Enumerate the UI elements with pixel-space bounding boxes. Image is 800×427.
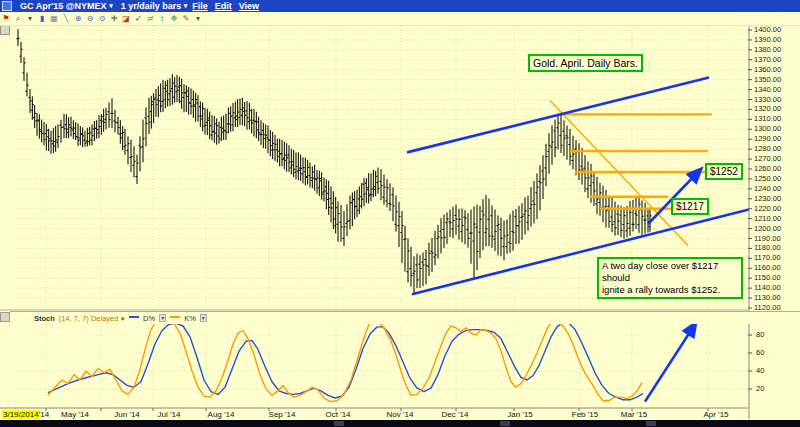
price-tick: 1160.00 [754, 264, 781, 272]
zoom-out-icon[interactable]: ⊖ [84, 13, 96, 24]
menu-edit[interactable]: Edit [215, 1, 232, 11]
price-tick: 1300.00 [754, 125, 781, 133]
price-tick: 1200.00 [754, 225, 781, 233]
pencil-icon[interactable]: ✎ [180, 13, 192, 24]
more-dropdown-icon[interactable]: ▾ [192, 13, 204, 24]
price-tick: 1170.00 [754, 254, 781, 262]
month-label: Mar '15 [621, 410, 647, 419]
timeframe-selector[interactable]: 1 yr/daily bars ▾ [121, 1, 188, 11]
app-icon [2, 1, 12, 11]
price-tick: 1280.00 [754, 145, 781, 153]
price-tick: 1140.00 [754, 284, 781, 292]
menu-view[interactable]: View [239, 1, 259, 11]
price-tick: 1220.00 [754, 205, 781, 213]
bar-chart-icon[interactable]: ▮ [36, 13, 48, 24]
analysis-comment-line1: A two day close over $1217 should [602, 260, 718, 283]
stoch-panel-button[interactable] [0, 312, 10, 322]
month-label: Apr '15 [703, 410, 728, 419]
symbol-label: GC Apr'15 @NYMEX [20, 1, 107, 11]
month-label: Jan '15 [507, 410, 533, 419]
price-tick: 1150.00 [754, 274, 781, 282]
analysis-comment-box[interactable]: A two day close over $1217 should ignite… [597, 257, 743, 299]
month-label: Oct '14 [325, 410, 350, 419]
price-tick: 1130.00 [754, 294, 781, 302]
price-tick: 1230.00 [754, 195, 781, 203]
stoch-tick: 40 [756, 367, 764, 375]
price-tick: 1400.00 [754, 26, 781, 34]
arrow-tool-icon[interactable]: ➶ [132, 13, 144, 24]
stoch-panel-header: Stoch (14, 7, 7) Delayed ● D% ▾ K% ▾ [10, 311, 800, 324]
stoch-k-dropdown-icon[interactable]: ▾ [200, 314, 207, 322]
scrollbar-mark [646, 421, 656, 426]
stoch-k-label: K% [184, 314, 196, 323]
price-tick: 1370.00 [754, 56, 781, 64]
timeframe-label: 1 yr/daily bars [121, 1, 182, 11]
price-panel-button[interactable] [0, 25, 10, 35]
zoom-dropdown-icon[interactable]: ▾ [24, 13, 36, 24]
month-label: Aug '14 [208, 410, 235, 419]
month-label: Jun '14 [114, 410, 140, 419]
menu-file[interactable]: File [192, 1, 208, 11]
crosshair-icon[interactable]: ✛ [108, 13, 120, 24]
price-target-label-1252[interactable]: $1252 [705, 163, 743, 180]
expand-icon[interactable]: ✥ [168, 13, 180, 24]
symbol-caret-icon[interactable]: ▾ [109, 2, 113, 9]
grid-icon[interactable]: ▦ [48, 13, 60, 24]
fib-tool-icon[interactable]: ≓ [144, 13, 156, 24]
stoch-d-label: D% [143, 314, 155, 323]
annotate-icon[interactable]: ◪ [120, 13, 132, 24]
trendline-tool-icon[interactable]: ╲ [60, 13, 72, 24]
price-tick: 1340.00 [754, 86, 781, 94]
month-label: Feb '15 [572, 410, 598, 419]
price-tick: 1260.00 [754, 165, 781, 173]
price-tick: 1250.00 [754, 175, 781, 183]
scrollbar-mark [334, 421, 344, 426]
month-label: Dec '14 [442, 410, 469, 419]
stoch-title: Stoch [34, 314, 55, 323]
zoom-reset-icon[interactable]: ⊙ [96, 13, 108, 24]
stoch-tick: 80 [756, 331, 764, 339]
toolbar: ⚑⌕▾▮▦╲⊕⊖⊙✛◪➶≓↕✥✎▾ [0, 12, 800, 26]
price-tick: 1350.00 [754, 76, 781, 84]
chart-note-box[interactable]: Gold. April. Daily Bars. [528, 54, 643, 72]
zoom-in-icon[interactable]: ⊕ [72, 13, 84, 24]
scrollbar-mark [500, 421, 510, 426]
stoch-params: (14, 7, 7) Delayed ● [59, 314, 125, 323]
price-tick: 1290.00 [754, 135, 781, 143]
title-bar: GC Apr'15 @NYMEX ▾ 1 yr/daily bars ▾ Fil… [0, 0, 800, 12]
timeframe-caret-icon[interactable]: ▾ [184, 2, 188, 9]
stoch-tick: 20 [756, 385, 764, 393]
analysis-comment-line2: ignite a rally towards $1252. [602, 284, 720, 295]
month-label: Jul '14 [158, 410, 181, 419]
symbol-selector[interactable]: GC Apr'15 @NYMEX ▾ [20, 1, 113, 11]
price-tick: 1330.00 [754, 96, 781, 104]
stoch-d-dropdown-icon[interactable]: ▾ [159, 314, 166, 322]
price-level-label-1217[interactable]: $1217 [671, 198, 709, 215]
price-tick: 1310.00 [754, 115, 781, 123]
bottom-scrollbar[interactable] [0, 420, 800, 427]
price-tick: 1180.00 [754, 244, 781, 252]
price-tick: 1380.00 [754, 46, 781, 54]
price-tick: 1270.00 [754, 155, 781, 163]
menu-bar: FileEditView [192, 1, 266, 11]
stoch-tick: 60 [756, 349, 764, 357]
stoch-d-swatch [129, 316, 139, 318]
price-tick: 1210.00 [754, 215, 781, 223]
month-label: '14 [39, 410, 49, 419]
stoch-k-swatch [170, 316, 180, 318]
month-label: Sep '14 [269, 410, 296, 419]
updown-tool-icon[interactable]: ↕ [156, 13, 168, 24]
price-tick: 1320.00 [754, 105, 781, 113]
month-label: Nov '14 [387, 410, 414, 419]
cursor-date-label: 3/19/2014 [2, 410, 40, 419]
price-tick: 1390.00 [754, 36, 781, 44]
zoom-tool-icon[interactable]: ⌕ [12, 13, 24, 24]
price-tick: 1190.00 [754, 235, 781, 243]
price-tick: 1360.00 [754, 66, 781, 74]
price-tick: 1240.00 [754, 185, 781, 193]
flag-icon[interactable]: ⚑ [0, 13, 12, 24]
month-label: May '14 [61, 410, 89, 419]
